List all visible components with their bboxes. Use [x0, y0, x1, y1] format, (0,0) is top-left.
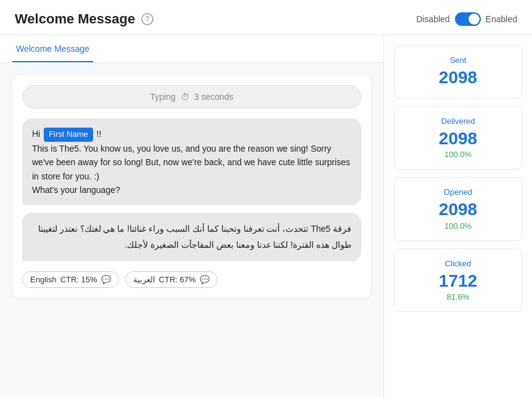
toggle-track [455, 12, 481, 26]
page-title: Welcome Message [15, 11, 135, 27]
opened-label: Opened [404, 187, 512, 197]
typing-label: Typing [150, 92, 175, 102]
stat-card-sent: Sent 2098 [394, 45, 522, 99]
message1-suffix: !! [94, 129, 102, 139]
ctr2-lang: العربية [133, 275, 155, 284]
disabled-label: Disabled [416, 14, 449, 24]
message1-prefix: Hi [32, 129, 43, 139]
delivered-pct: 100.0% [404, 150, 512, 159]
chat-icon-english: 💬 [101, 275, 111, 284]
tabs-bar: Welcome Message [0, 35, 383, 63]
chat-area: Typing ⏱ 3 seconds Hi First Name !! This… [0, 63, 383, 397]
left-panel: Welcome Message Typing ⏱ 3 seconds Hi Fi… [0, 35, 384, 397]
toggle-group: Disabled Enabled [416, 12, 517, 26]
clicked-label: Clicked [404, 259, 512, 268]
message-bubble-arabic: فرقة The5 تتحدث، أنت تعرفنا وتحبنا كما أ… [22, 213, 361, 261]
typing-indicator: Typing ⏱ 3 seconds [22, 85, 361, 108]
ctr1-lang: English [30, 275, 57, 284]
opened-pct: 100.0% [404, 221, 512, 231]
stat-card-opened: Opened 2098 100.0% [394, 177, 522, 241]
chat-wrapper: Typing ⏱ 3 seconds Hi First Name !! This… [12, 75, 371, 298]
ctr1-value: CTR: 15% [60, 275, 97, 284]
clicked-pct: 81.6% [404, 292, 512, 301]
message2-arabic-text: فرقة The5 تتحدث، أنت تعرفنا وتحبنا كما أ… [38, 224, 351, 249]
message1-body: This is The5. You know us, you love us, … [32, 142, 351, 197]
ctr-badge-english[interactable]: English CTR: 15% 💬 [22, 271, 119, 288]
right-panel: Sent 2098 Delivered 2098 100.0% Opened 2… [384, 35, 532, 397]
clock-icon: ⏱ [181, 92, 189, 102]
ctr2-value: CTR: 67% [159, 275, 196, 284]
sent-value: 2098 [404, 67, 512, 88]
toggle-thumb [469, 14, 480, 25]
first-name-badge: First Name [44, 128, 93, 142]
main-content: Welcome Message Typing ⏱ 3 seconds Hi Fi… [0, 35, 532, 397]
delivered-value: 2098 [404, 128, 512, 149]
page-header: Welcome Message ? Disabled Enabled [0, 0, 532, 35]
tab-welcome-message[interactable]: Welcome Message [12, 35, 93, 62]
message1-greeting: Hi First Name !! [32, 127, 351, 142]
delivered-label: Delivered [404, 117, 512, 126]
enable-toggle[interactable] [455, 12, 481, 26]
clicked-value: 1712 [404, 271, 512, 292]
chat-icon-arabic: 💬 [200, 275, 210, 284]
stat-card-delivered: Delivered 2098 100.0% [394, 106, 522, 170]
enabled-label: Enabled [486, 14, 517, 24]
opened-value: 2098 [404, 199, 512, 220]
ctr-row: English CTR: 15% 💬 العربية CTR: 67% 💬 [22, 271, 361, 288]
help-icon[interactable]: ? [141, 13, 153, 25]
ctr-badge-arabic[interactable]: العربية CTR: 67% 💬 [125, 271, 218, 288]
header-left: Welcome Message ? [15, 11, 153, 27]
sent-label: Sent [404, 55, 512, 65]
message-bubble-1: Hi First Name !! This is The5. You know … [22, 118, 361, 205]
stat-card-clicked: Clicked 1712 81.6% [394, 248, 522, 313]
typing-duration: 3 seconds [194, 92, 234, 102]
